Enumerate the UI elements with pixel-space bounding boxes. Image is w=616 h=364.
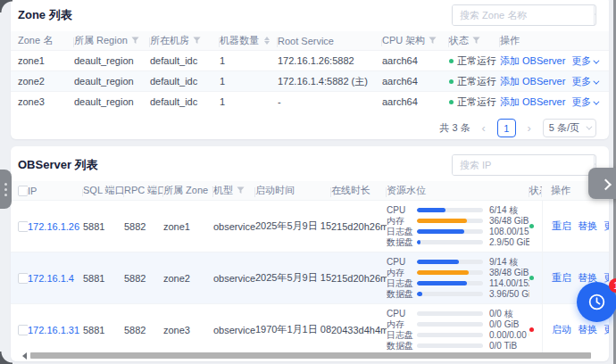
zone-search-input[interactable] xyxy=(453,5,594,25)
page-number[interactable]: 1 xyxy=(497,119,516,137)
task-history-fab[interactable]: 1 xyxy=(577,282,616,322)
restart-link[interactable]: 重启 xyxy=(552,271,571,285)
select-all-checkbox[interactable] xyxy=(18,186,28,196)
pagination-total: 共 3 条 xyxy=(440,121,470,135)
rpc-port: 5882 xyxy=(124,221,163,232)
row-checkbox[interactable] xyxy=(18,325,28,335)
progress-bar xyxy=(417,292,483,296)
add-observer-link[interactable]: 添加 OBServer xyxy=(500,95,565,109)
online-duration: 20433d4h4m xyxy=(331,325,387,335)
zone-name: zone2 xyxy=(11,76,74,87)
progress-bar xyxy=(417,343,483,348)
start-time: 2025年5月9日 15:37:51 xyxy=(255,271,331,285)
observer-ip-link[interactable]: 172.16.1.31 xyxy=(28,325,79,335)
observer-list-card: OBServer 列表 IP SQL 端口 RPC 端口 所属 Zone 机型 … xyxy=(11,146,609,361)
more-link[interactable]: 更多 xyxy=(604,219,609,233)
zone-root-service: 172.16.1.26:5882 xyxy=(278,55,382,66)
observer-table-header: IP SQL 端口 RPC 端口 所属 Zone 机型 启动时间 在线时长 资源… xyxy=(11,181,609,200)
observer-table-row: 172.16.1.31 5881 5882 zone3 observice 19… xyxy=(11,303,609,355)
more-link[interactable]: 更多 xyxy=(571,95,597,109)
row-checkbox[interactable] xyxy=(18,221,28,232)
observer-col-type: 机型 xyxy=(213,184,255,197)
restart-link[interactable]: 重启 xyxy=(552,219,571,233)
window-corner xyxy=(0,352,12,364)
zone-root-service: - xyxy=(278,96,382,107)
zone-region: deault_region xyxy=(74,76,150,87)
scrollbar-thumb[interactable] xyxy=(30,352,591,359)
replace-link[interactable]: 替换 xyxy=(578,323,597,336)
observer-col-resources: 资源水位 xyxy=(387,184,529,197)
scroll-left-arrow-icon[interactable] xyxy=(22,352,27,360)
zone-col-cpu-arch: CPU 架构 xyxy=(382,34,449,47)
observer-col-status: 状态 xyxy=(529,184,542,197)
zone-list-title: Zone 列表 xyxy=(18,7,72,23)
zone-machine-count: 1 xyxy=(220,96,278,107)
left-drawer-handle[interactable] xyxy=(0,170,12,209)
add-observer-link[interactable]: 添加 OBServer xyxy=(500,75,565,88)
observer-col-start-time: 启动时间 xyxy=(255,184,331,197)
progress-bar xyxy=(417,311,483,316)
observer-zone: zone1 xyxy=(163,221,213,232)
replace-link[interactable]: 替换 xyxy=(578,219,597,233)
page-size-select[interactable]: 5 条/页 xyxy=(543,119,596,137)
zone-table-row: zone2 deault_region default_idc 1 172.16… xyxy=(11,70,609,91)
start-time: 2025年5月9日 15:37:51 xyxy=(255,219,331,233)
progress-bar xyxy=(417,281,483,285)
sql-port: 5881 xyxy=(83,221,124,232)
resource-levels: CPU6/14 核 内存36/48 GiB 日志盘108.00/152.00 G… xyxy=(387,206,529,247)
observer-col-sql-port: SQL 端口 xyxy=(83,184,124,197)
machine-type: observice xyxy=(213,325,255,335)
scroll-right-button[interactable] xyxy=(588,168,616,199)
zone-machine-count: 1 xyxy=(220,55,278,66)
progress-bar xyxy=(417,270,483,275)
observer-ip-link[interactable]: 172.16.1.26 xyxy=(28,221,79,232)
zone-root-service: 172.16.1.4:5882 (主) xyxy=(278,75,382,88)
status-dot xyxy=(449,79,454,84)
zone-idc: default_idc xyxy=(150,96,220,107)
filter-icon[interactable] xyxy=(429,37,437,45)
next-page-button[interactable]: › xyxy=(523,121,536,135)
zone-region: deault_region xyxy=(74,55,150,66)
observer-table-row: 172.16.1.4 5881 5882 zone2 observice 202… xyxy=(11,252,609,303)
progress-bar xyxy=(417,322,483,327)
status-dot xyxy=(529,327,534,332)
horizontal-scrollbar[interactable] xyxy=(11,352,609,360)
zone-col-machine-count: 机器数量 xyxy=(220,34,278,47)
more-link[interactable]: 更多 xyxy=(604,323,609,336)
progress-bar xyxy=(417,229,483,234)
zone-status: 正常运行 xyxy=(449,75,500,88)
search-icon[interactable] xyxy=(594,5,596,25)
more-link[interactable]: 更多 xyxy=(571,75,597,88)
start-time: 1970年1月1日 08:00:00 xyxy=(255,323,331,336)
machine-type: observice xyxy=(213,221,255,232)
filter-icon[interactable] xyxy=(472,37,480,45)
zone-status: 正常运行 xyxy=(449,54,500,68)
progress-bar xyxy=(417,240,483,244)
filter-icon[interactable] xyxy=(193,37,201,45)
rpc-port: 5882 xyxy=(124,273,163,284)
chevron-down-icon xyxy=(594,57,600,63)
sorter-icon[interactable] xyxy=(264,37,270,45)
filter-icon[interactable] xyxy=(131,37,139,45)
progress-bar xyxy=(417,260,483,264)
prev-page-button[interactable]: ‹ xyxy=(478,121,490,135)
row-checkbox[interactable] xyxy=(18,273,28,284)
clock-icon xyxy=(587,293,606,311)
start-link[interactable]: 启动 xyxy=(552,323,571,336)
more-link[interactable]: 更多 xyxy=(571,54,597,68)
add-observer-link[interactable]: 添加 OBServer xyxy=(500,54,565,68)
progress-bar xyxy=(417,219,483,223)
zone-col-status: 状态 xyxy=(449,34,500,47)
observer-ip-link[interactable]: 172.16.1.4 xyxy=(28,273,74,284)
rpc-port: 5882 xyxy=(124,325,163,335)
zone-list-card: Zone 列表 Zone 名 所属 Region 所在机房 机器数量 Root … xyxy=(11,0,609,139)
zone-col-name: Zone 名 xyxy=(11,34,74,47)
zone-status: 正常运行 xyxy=(449,95,500,109)
observer-table-row: 172.16.1.26 5881 5882 zone1 observice 20… xyxy=(11,200,609,252)
zone-search-box xyxy=(452,4,596,26)
zone-cpu-arch: aarch64 xyxy=(382,76,449,87)
observer-search-input[interactable] xyxy=(453,155,594,175)
observer-col-rpc-port: RPC 端口 xyxy=(124,184,163,197)
zone-pagination: 共 3 条 ‹ 1 › 5 条/页 xyxy=(11,112,609,137)
filter-icon[interactable] xyxy=(237,186,245,194)
